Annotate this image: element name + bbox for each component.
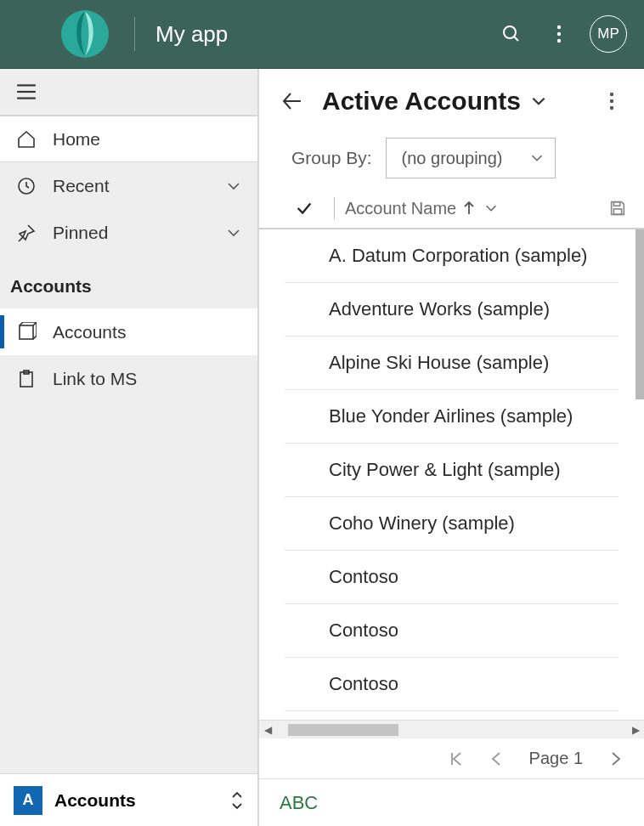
- main-content: Active Accounts Group By: (no grouping): [259, 69, 644, 826]
- sidebar-item-accounts[interactable]: Accounts: [0, 308, 257, 355]
- sidebar-section-label: Accounts: [0, 256, 257, 308]
- area-switcher[interactable]: A Accounts: [0, 773, 257, 826]
- app-header: My app MP: [0, 0, 644, 68]
- scrollbar-thumb[interactable]: [288, 724, 398, 736]
- sidebar: Home Recent Pinned Accounts A: [0, 69, 259, 826]
- account-row[interactable]: Contoso: [285, 604, 619, 658]
- group-by-select[interactable]: (no grouping): [386, 138, 556, 178]
- sidebar-item-label: Link to MS: [53, 369, 137, 389]
- svg-point-5: [557, 39, 561, 42]
- home-icon: [15, 128, 37, 150]
- account-row[interactable]: Coho Winery (sample): [285, 497, 619, 551]
- account-list: A. Datum Corporation (sample)Adventure W…: [259, 229, 644, 720]
- updown-icon: [230, 789, 244, 812]
- svg-point-14: [610, 99, 613, 102]
- pager: Page 1: [259, 738, 644, 779]
- horizontal-scrollbar[interactable]: ◀ ▶: [259, 720, 644, 738]
- sidebar-item-home[interactable]: Home: [0, 116, 257, 162]
- sidebar-item-label: Pinned: [53, 223, 108, 243]
- account-row[interactable]: Adventure Works (sample): [285, 283, 619, 337]
- sidebar-item-label: Home: [53, 129, 100, 150]
- pager-label: Page 1: [529, 749, 583, 768]
- sidebar-item-link-to-ms[interactable]: Link to MS: [0, 355, 257, 402]
- account-row[interactable]: Alpine Ski House (sample): [285, 337, 619, 390]
- column-header-row: Account Name: [259, 192, 644, 229]
- footer-text: ABC: [280, 792, 318, 814]
- svg-point-4: [557, 32, 561, 36]
- vertical-scrollbar[interactable]: [636, 229, 644, 399]
- view-title[interactable]: Active Accounts: [322, 87, 521, 116]
- scroll-left-icon[interactable]: ◀: [259, 724, 276, 736]
- pager-next-button[interactable]: [607, 750, 624, 767]
- sidebar-item-pinned[interactable]: Pinned: [0, 209, 257, 256]
- svg-point-13: [610, 92, 613, 95]
- svg-point-15: [610, 105, 613, 109]
- account-row[interactable]: Blue Yonder Airlines (sample): [285, 390, 619, 444]
- sidebar-item-recent[interactable]: Recent: [0, 162, 257, 209]
- search-icon[interactable]: [494, 17, 528, 51]
- pager-prev-button[interactable]: [489, 750, 506, 767]
- account-row[interactable]: City Power & Light (sample): [285, 444, 619, 497]
- clipboard-icon: [15, 368, 37, 390]
- save-icon[interactable]: [608, 199, 627, 218]
- more-vertical-icon[interactable]: [542, 17, 576, 51]
- account-row[interactable]: Contoso: [285, 551, 619, 604]
- app-logo: [59, 8, 110, 59]
- chevron-down-icon[interactable]: [483, 201, 499, 216]
- footer-bar: ABC: [259, 779, 644, 826]
- select-all-checkbox[interactable]: [295, 199, 314, 218]
- svg-point-3: [557, 25, 561, 29]
- user-avatar[interactable]: MP: [590, 15, 627, 53]
- clock-icon: [15, 175, 37, 197]
- account-row[interactable]: A. Datum Corporation (sample): [285, 229, 619, 283]
- view-more-button[interactable]: [598, 88, 625, 115]
- back-button[interactable]: [278, 88, 305, 115]
- group-by-label: Group By:: [291, 148, 372, 168]
- chevron-down-icon: [225, 224, 242, 241]
- scroll-right-icon[interactable]: ▶: [627, 724, 644, 736]
- pager-first-button[interactable]: [448, 750, 465, 767]
- accounts-icon: [15, 321, 37, 343]
- svg-point-1: [504, 26, 516, 38]
- hamburger-button[interactable]: [0, 69, 257, 116]
- sidebar-item-label: Recent: [53, 176, 110, 196]
- sidebar-item-label: Accounts: [53, 322, 126, 342]
- area-badge: A: [14, 786, 42, 815]
- area-name: Accounts: [54, 790, 230, 811]
- svg-rect-10: [20, 325, 33, 339]
- account-row[interactable]: Contoso: [285, 658, 619, 711]
- svg-rect-17: [613, 209, 621, 214]
- app-title: My app: [134, 17, 481, 51]
- column-header-account-name[interactable]: Account Name: [345, 199, 456, 218]
- view-header: Active Accounts: [259, 69, 644, 133]
- chevron-down-icon[interactable]: [529, 92, 548, 110]
- sort-ascending-icon[interactable]: [463, 201, 475, 216]
- pin-icon: [15, 222, 37, 244]
- group-by-value: (no grouping): [402, 149, 503, 168]
- svg-line-2: [514, 37, 518, 41]
- chevron-down-icon: [225, 178, 242, 195]
- chevron-down-icon: [529, 150, 545, 166]
- svg-point-0: [61, 10, 109, 58]
- svg-rect-16: [613, 202, 619, 206]
